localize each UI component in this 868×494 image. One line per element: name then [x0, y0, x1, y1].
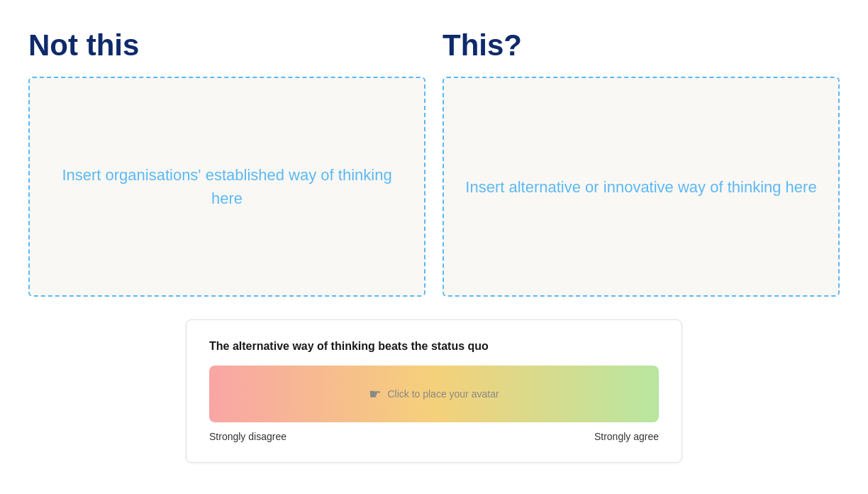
right-box-text: Insert alternative or innovative way of … — [465, 175, 816, 199]
scale-labels: Strongly disagree Strongly agree — [209, 431, 659, 442]
gradient-bar[interactable]: ☛ Click to place your avatar — [209, 366, 659, 422]
left-title: Not this — [28, 28, 425, 62]
hand-icon: ☛ — [369, 385, 382, 402]
right-column: This? Insert alternative or innovative w… — [443, 28, 840, 297]
right-title: This? — [443, 28, 840, 62]
right-dashed-box[interactable]: Insert alternative or innovative way of … — [443, 77, 840, 297]
rating-section: The alternative way of thinking beats th… — [186, 319, 682, 463]
left-column: Not this Insert organisations' establish… — [28, 28, 425, 297]
avatar-prompt-container: ☛ Click to place your avatar — [369, 385, 499, 402]
scale-right-label: Strongly agree — [594, 431, 659, 442]
avatar-prompt-text: Click to place your avatar — [387, 388, 499, 400]
left-box-text: Insert organisations' established way of… — [51, 163, 403, 210]
left-dashed-box[interactable]: Insert organisations' established way of… — [28, 77, 425, 297]
rating-title: The alternative way of thinking beats th… — [209, 340, 659, 353]
scale-left-label: Strongly disagree — [209, 431, 286, 442]
columns-container: Not this Insert organisations' establish… — [28, 28, 840, 297]
main-content: Not this Insert organisations' establish… — [0, 0, 868, 463]
